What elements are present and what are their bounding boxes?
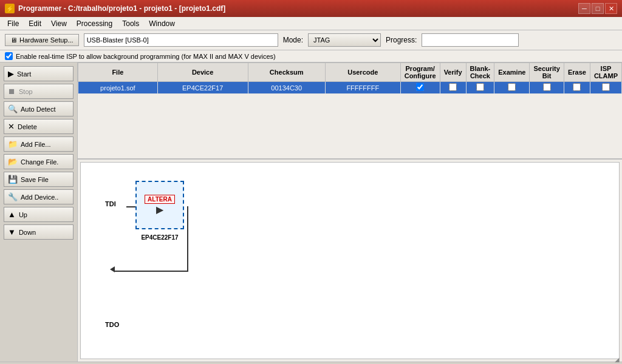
diagram-section: TDI ALTERA ▶ EP4CE22F17 TDO (80, 162, 620, 359)
add-file-icon: 📁 (8, 140, 18, 149)
tdo-arrowhead (110, 266, 115, 272)
auto-detect-icon: 🔍 (8, 104, 18, 113)
chip-logo: ALTERA (145, 195, 175, 204)
tdo-label: TDO (105, 321, 119, 328)
app-icon: ⚡ (5, 4, 15, 13)
sidebar: ▶ Start ⏹ Stop 🔍 Auto Detect ✕ Delete 📁 … (0, 62, 78, 362)
up-icon: ▲ (8, 210, 16, 219)
down-icon: ▼ (8, 228, 16, 237)
table-row[interactable]: projeto1.sof EP4CE22F17 00134C30 FFFFFFF… (78, 82, 622, 94)
menu-view[interactable]: View (46, 18, 72, 29)
menu-window[interactable]: Window (144, 18, 180, 29)
hardware-value-input[interactable] (84, 33, 278, 47)
close-button[interactable]: ✕ (605, 3, 617, 14)
cell-usercode: FFFFFFFF (325, 82, 400, 94)
program-checkbox[interactable] (416, 83, 424, 91)
delete-button[interactable]: ✕ Delete (4, 119, 73, 134)
mode-label: Mode: (283, 36, 303, 44)
bottom-horiz-line (114, 271, 188, 272)
progress-label: Progress: (386, 36, 417, 44)
chip-direction-icon: ▶ (156, 204, 163, 215)
right-vert-line (187, 206, 188, 272)
add-device-icon: 🔧 (8, 192, 18, 201)
col-device: Device (157, 63, 248, 82)
stop-button[interactable]: ⏹ Stop (4, 84, 73, 99)
cell-security[interactable] (530, 82, 564, 94)
tdi-label: TDI (105, 200, 116, 207)
main-content: ▶ Start ⏹ Stop 🔍 Auto Detect ✕ Delete 📁 … (0, 62, 622, 362)
col-security: Security Bit (530, 63, 564, 82)
menu-bar: File Edit View Processing Tools Window (0, 17, 622, 30)
isp-checkbox[interactable] (5, 52, 13, 60)
hardware-icon: 🖥 (10, 36, 17, 44)
col-verify: Verify (440, 63, 466, 82)
chip-name-label: EP4CE22F17 (135, 234, 184, 241)
minimize-button[interactable]: ─ (578, 3, 590, 14)
progress-bar (422, 33, 519, 47)
col-blank: Blank- Check (466, 63, 494, 82)
cell-file: projeto1.sof (78, 82, 158, 94)
blank-checkbox[interactable] (476, 83, 484, 91)
menu-file[interactable]: File (2, 18, 24, 29)
change-file-icon: 📂 (8, 157, 18, 166)
col-erase: Erase (564, 63, 590, 82)
menu-processing[interactable]: Processing (72, 18, 117, 29)
cell-examine[interactable] (494, 82, 530, 94)
examine-checkbox[interactable] (508, 83, 516, 91)
cell-checksum: 00134C30 (248, 82, 325, 94)
isp-clamp-checkbox[interactable] (602, 83, 610, 91)
maximize-button[interactable]: □ (592, 3, 604, 14)
window-title: Programmer - C:/trabalho/projeto1 - proj… (18, 4, 225, 13)
title-bar: ⚡ Programmer - C:/trabalho/projeto1 - pr… (0, 0, 622, 17)
cell-blank[interactable] (466, 82, 494, 94)
device-chip[interactable]: ALTERA ▶ (135, 181, 184, 229)
col-file: File (78, 63, 158, 82)
erase-checkbox[interactable] (573, 83, 581, 91)
isp-label: Enable real-time ISP to allow background… (16, 53, 276, 60)
menu-tools[interactable]: Tools (117, 18, 144, 29)
start-button[interactable]: ▶ Start (4, 66, 73, 81)
change-file-button[interactable]: 📂 Change File. (4, 154, 73, 169)
add-file-button[interactable]: 📁 Add File... (4, 136, 73, 152)
save-file-button[interactable]: 💾 Save File (4, 172, 73, 187)
cell-erase[interactable] (564, 82, 590, 94)
start-icon: ▶ (8, 69, 14, 78)
resize-handle[interactable]: ◢ (615, 356, 620, 363)
col-isp: ISP CLAMP (590, 63, 621, 82)
delete-icon: ✕ (8, 122, 15, 131)
right-panel: File Device Checksum Usercode Program/ C… (78, 62, 622, 362)
programmer-table: File Device Checksum Usercode Program/ C… (78, 62, 622, 94)
verify-checkbox[interactable] (449, 83, 457, 91)
down-button[interactable]: ▼ Down (4, 224, 73, 240)
cell-verify[interactable] (440, 82, 466, 94)
cell-device: EP4CE22F17 (157, 82, 248, 94)
security-checkbox[interactable] (543, 83, 551, 91)
col-examine: Examine (494, 63, 530, 82)
auto-detect-button[interactable]: 🔍 Auto Detect (4, 101, 73, 116)
isp-row: Enable real-time ISP to allow background… (0, 50, 622, 62)
stop-icon: ⏹ (8, 87, 16, 96)
mode-select[interactable]: JTAG Active Serial Programming Passive S… (308, 33, 381, 47)
add-device-button[interactable]: 🔧 Add Device.. (4, 189, 73, 204)
col-program: Program/ Configure (400, 63, 440, 82)
status-bar: ◢ (0, 362, 622, 364)
col-checksum: Checksum (248, 63, 325, 82)
save-file-icon: 💾 (8, 175, 18, 184)
cell-program[interactable] (400, 82, 440, 94)
window-controls: ─ □ ✕ (578, 3, 617, 14)
table-section: File Device Checksum Usercode Program/ C… (78, 62, 622, 160)
up-button[interactable]: ▲ Up (4, 207, 73, 222)
cell-isp[interactable] (590, 82, 621, 94)
menu-edit[interactable]: Edit (24, 18, 46, 29)
toolbar: 🖥 Hardware Setup... Mode: JTAG Active Se… (0, 30, 622, 50)
col-usercode: Usercode (325, 63, 400, 82)
hardware-setup-button[interactable]: 🖥 Hardware Setup... (5, 34, 79, 46)
